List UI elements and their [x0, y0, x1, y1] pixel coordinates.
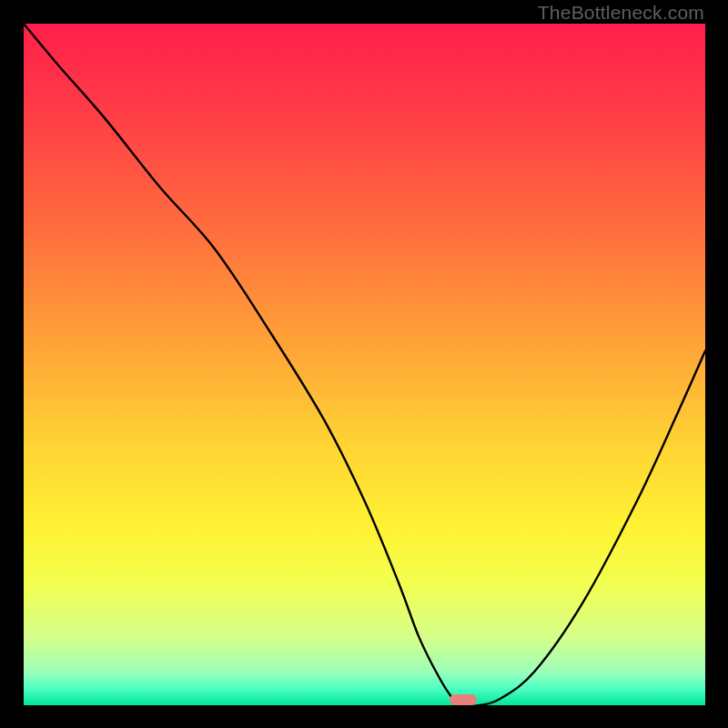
- bottleneck-curve: [24, 24, 705, 705]
- chart-frame: TheBottleneck.com: [0, 0, 728, 728]
- attribution-text: TheBottleneck.com: [538, 2, 704, 24]
- plot-area: [24, 24, 705, 705]
- optimal-marker: [450, 694, 477, 705]
